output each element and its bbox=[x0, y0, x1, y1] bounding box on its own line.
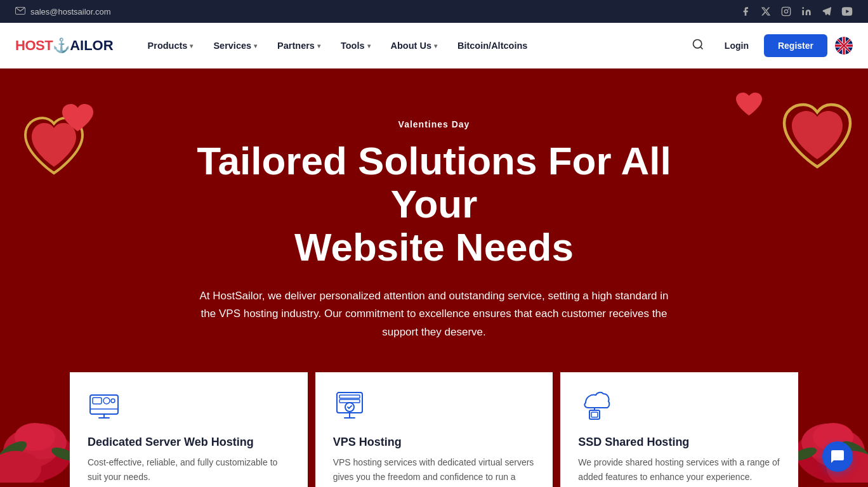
instagram-icon[interactable] bbox=[780, 6, 792, 17]
top-bar: sales@hostsailor.com bbox=[0, 0, 868, 23]
cards-row: Dedicated Server Web Hosting Cost-effect… bbox=[53, 372, 815, 487]
hero-section: Valentines Day Tailored Solutions For Al… bbox=[0, 68, 868, 487]
svg-rect-25 bbox=[93, 398, 102, 404]
svg-rect-33 bbox=[591, 412, 598, 417]
navbar: HOST ⚓ AILOR Products ▾ Services ▾ Partn… bbox=[0, 23, 868, 68]
nav-bitcoin[interactable]: Bitcoin/Altcoins bbox=[449, 36, 536, 56]
register-button[interactable]: Register bbox=[764, 34, 827, 57]
social-icons bbox=[740, 6, 853, 17]
facebook-icon[interactable] bbox=[740, 6, 751, 17]
linkedin-icon[interactable] bbox=[801, 6, 812, 17]
logo-host: HOST bbox=[15, 37, 53, 54]
nav-products[interactable]: Products ▾ bbox=[139, 36, 202, 56]
hero-title-line1: Tailored Solutions For All Your bbox=[197, 139, 671, 226]
hero-eyebrow: Valentines Day bbox=[161, 119, 707, 129]
nav-partners[interactable]: Partners ▾ bbox=[268, 36, 329, 56]
card-vps-title: VPS Hosting bbox=[333, 436, 536, 449]
hero-subtitle: At HostSailor, we deliver personalized a… bbox=[199, 287, 669, 342]
partners-chevron-icon: ▾ bbox=[317, 42, 320, 49]
card-dedicated-title: Dedicated Server Web Hosting bbox=[88, 436, 290, 449]
language-flag-button[interactable] bbox=[835, 37, 853, 55]
products-chevron-icon: ▾ bbox=[190, 42, 193, 49]
about-chevron-icon: ▾ bbox=[434, 42, 437, 49]
card-ssd-desc: We provide shared hosting services with … bbox=[578, 455, 780, 484]
svg-point-26 bbox=[103, 398, 110, 404]
email-icon bbox=[15, 7, 25, 16]
hero-title: Tailored Solutions For All Your Website … bbox=[161, 140, 707, 269]
logo-sailor-icon: ⚓ bbox=[53, 37, 70, 54]
card-vps: VPS Hosting VPS hosting services with de… bbox=[315, 372, 553, 487]
svg-point-5 bbox=[693, 39, 701, 48]
nav-actions: Login Register bbox=[687, 34, 853, 57]
chat-bubble-button[interactable] bbox=[822, 441, 853, 472]
youtube-icon[interactable] bbox=[841, 6, 853, 17]
nav-tools[interactable]: Tools ▾ bbox=[332, 36, 379, 56]
login-button[interactable]: Login bbox=[717, 36, 756, 56]
logo[interactable]: HOST ⚓ AILOR bbox=[15, 37, 114, 54]
heart-small-left bbox=[60, 103, 95, 138]
logo-ailor: AILOR bbox=[70, 37, 113, 54]
heart-float-right bbox=[735, 93, 763, 120]
card-ssd: SSD Shared Hosting We provide shared hos… bbox=[560, 372, 798, 487]
email-address: sales@hostsailor.com bbox=[30, 7, 111, 16]
card-vps-icon bbox=[333, 390, 536, 425]
heart-gold-right bbox=[779, 100, 855, 179]
card-vps-desc: VPS hosting services with dedicated virt… bbox=[333, 455, 536, 487]
card-dedicated-desc: Cost-effective, reliable, and fully cust… bbox=[88, 455, 290, 484]
svg-rect-1 bbox=[782, 7, 790, 15]
card-ssd-title: SSD Shared Hosting bbox=[578, 436, 780, 449]
search-button[interactable] bbox=[687, 36, 709, 56]
hero-title-line2: Website Needs bbox=[294, 225, 574, 269]
services-chevron-icon: ▾ bbox=[254, 42, 257, 49]
svg-rect-29 bbox=[339, 395, 360, 398]
card-dedicated: Dedicated Server Web Hosting Cost-effect… bbox=[70, 372, 308, 487]
svg-point-3 bbox=[788, 9, 789, 10]
card-dedicated-icon bbox=[88, 390, 290, 425]
nav-services[interactable]: Services ▾ bbox=[204, 36, 266, 56]
twitter-x-icon[interactable] bbox=[760, 6, 772, 17]
svg-point-27 bbox=[111, 399, 115, 403]
telegram-icon[interactable] bbox=[821, 6, 832, 17]
svg-point-4 bbox=[802, 7, 804, 9]
nav-menu: Products ▾ Services ▾ Partners ▾ Tools ▾… bbox=[139, 36, 687, 56]
nav-about[interactable]: About Us ▾ bbox=[382, 36, 446, 56]
tools-chevron-icon: ▾ bbox=[367, 42, 371, 49]
top-bar-email: sales@hostsailor.com bbox=[15, 7, 111, 16]
hero-content: Valentines Day Tailored Solutions For Al… bbox=[148, 119, 720, 372]
svg-point-2 bbox=[784, 10, 787, 13]
card-ssd-icon bbox=[578, 390, 780, 425]
